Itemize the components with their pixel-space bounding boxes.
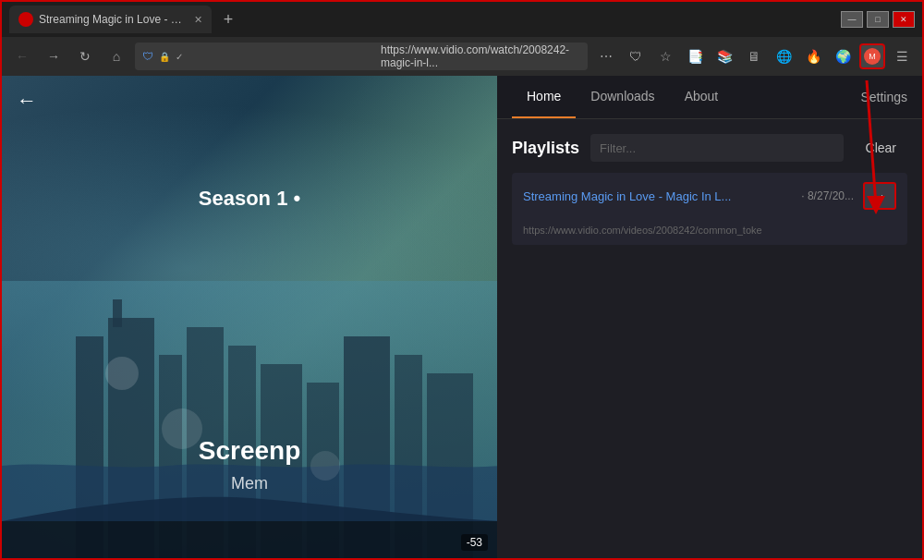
verify-icon: ✓ [176, 52, 375, 62]
globe-icon[interactable]: 🌐 [771, 43, 796, 69]
minimize-button[interactable]: — [841, 11, 863, 28]
new-tab-button[interactable]: + [215, 6, 241, 32]
playlist-item: Streaming Magic in Love - Magic In L... … [512, 173, 907, 245]
playlists-section: Playlists Clear Streaming Magic in Love … [497, 119, 922, 262]
city-silhouette [2, 281, 501, 558]
home-button[interactable]: ⌂ [103, 43, 129, 69]
forward-button[interactable]: → [41, 43, 67, 69]
lock-icon: 🔒 [159, 52, 170, 62]
playlists-header: Playlists Clear [512, 134, 907, 162]
tab-close-button[interactable]: ✕ [194, 14, 202, 26]
bookmark-icon[interactable]: ☆ [652, 43, 678, 69]
screen-icon[interactable]: 🖥 [741, 43, 767, 69]
clear-button[interactable]: Clear [855, 137, 907, 159]
extension-icon: M [864, 48, 881, 65]
nav-home[interactable]: Home [512, 76, 576, 118]
popup-panel: Home Downloads About Settings Playlists … [497, 76, 922, 558]
shield-toolbar-icon[interactable]: 🛡 [623, 43, 649, 69]
tab-favicon [18, 12, 33, 27]
tab-bar: Streaming Magic in Love - Ma... ✕ + [9, 6, 835, 33]
go-button[interactable]: → [863, 182, 896, 210]
nav-downloads[interactable]: Downloads [576, 76, 669, 118]
playlist-url: https://www.vidio.com/videos/2008242/com… [512, 219, 907, 245]
menu-button[interactable]: ☰ [889, 43, 915, 69]
mem-text: Mem [2, 474, 497, 493]
shield-icon: 🛡 [142, 50, 153, 63]
nav-bar: ← → ↻ ⌂ 🛡 🔒 ✓ https://www.vidio.com/watc… [2, 37, 922, 76]
window-controls: — □ ✕ [841, 11, 915, 28]
world-icon[interactable]: 🌍 [830, 43, 856, 69]
nav-about[interactable]: About [670, 76, 734, 118]
nav-settings[interactable]: Settings [860, 77, 907, 117]
svg-rect-3 [113, 299, 122, 327]
toolbar-icons: ⋯ 🛡 ☆ 📑 📚 🖥 🌐 🔥 🌍 M ☰ [593, 43, 915, 69]
counter-badge: -53 [461, 534, 488, 551]
maximize-button[interactable]: □ [867, 11, 889, 28]
refresh-button[interactable]: ↻ [72, 43, 98, 69]
url-display: https://www.vidio.com/watch/2008242-magi… [381, 43, 580, 69]
back-button[interactable]: ← [9, 43, 35, 69]
browser-window: Streaming Magic in Love - Ma... ✕ + — □ … [0, 0, 924, 560]
extension-active-button[interactable]: M [859, 43, 885, 69]
fire-icon[interactable]: 🔥 [800, 43, 826, 69]
video-back-button[interactable]: ← [17, 89, 37, 113]
playlist-item-date: · 8/27/20... [801, 189, 854, 202]
playlists-title: Playlists [512, 139, 579, 158]
playlist-item-row: Streaming Magic in Love - Magic In L... … [512, 173, 907, 219]
filter-input[interactable] [590, 134, 843, 162]
svg-point-12 [105, 357, 139, 390]
title-bar: Streaming Magic in Love - Ma... ✕ + — □ … [2, 2, 922, 37]
screenplay-text: Screenp [2, 436, 497, 466]
address-bar[interactable]: 🛡 🔒 ✓ https://www.vidio.com/watch/200824… [135, 43, 588, 70]
active-tab[interactable]: Streaming Magic in Love - Ma... ✕ [9, 6, 212, 33]
season-text: Season 1 • [2, 187, 497, 211]
playlist-item-title: Streaming Magic in Love - Magic In L... [523, 189, 794, 203]
tab-title: Streaming Magic in Love - Ma... [39, 13, 187, 26]
popup-nav: Home Downloads About Settings [497, 76, 922, 119]
content-area: ← Season 1 • Screenp Mem -53 Home Downlo… [2, 76, 922, 558]
library-icon[interactable]: 📚 [711, 43, 737, 69]
close-button[interactable]: ✕ [893, 11, 915, 28]
extensions-button[interactable]: ⋯ [593, 43, 619, 69]
bookmark-list-icon[interactable]: 📑 [682, 43, 708, 69]
